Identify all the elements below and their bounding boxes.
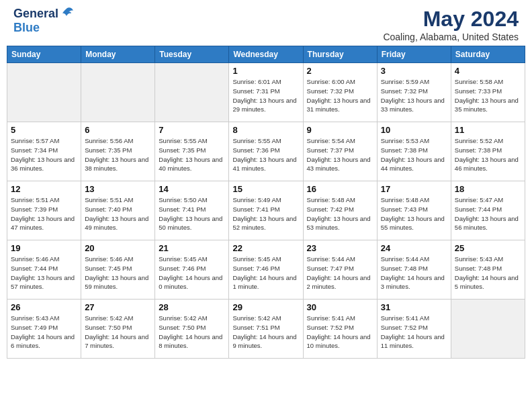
date-number: 19 (11, 243, 77, 253)
header-friday: Friday (377, 46, 451, 63)
cell-info: Sunrise: 5:55 AM Sunset: 7:35 PM Dayligh… (159, 136, 225, 173)
cell-info: Sunrise: 5:50 AM Sunset: 7:41 PM Dayligh… (159, 195, 225, 232)
cell-info: Sunrise: 5:51 AM Sunset: 7:39 PM Dayligh… (11, 195, 77, 232)
date-cell: 7Sunrise: 5:55 AM Sunset: 7:35 PM Daylig… (155, 122, 229, 181)
date-cell: 11Sunrise: 5:52 AM Sunset: 7:38 PM Dayli… (451, 122, 525, 181)
date-cell: 19Sunrise: 5:46 AM Sunset: 7:44 PM Dayli… (7, 240, 81, 300)
date-number: 12 (11, 184, 77, 194)
date-number: 2 (307, 66, 373, 76)
week-row-3: 12Sunrise: 5:51 AM Sunset: 7:39 PM Dayli… (7, 181, 525, 240)
cell-info: Sunrise: 5:49 AM Sunset: 7:41 PM Dayligh… (232, 195, 299, 232)
date-number: 31 (381, 302, 447, 312)
date-cell: 28Sunrise: 5:42 AM Sunset: 7:50 PM Dayli… (155, 300, 229, 359)
date-cell (155, 63, 229, 122)
date-number: 1 (232, 66, 299, 76)
cell-info: Sunrise: 5:45 AM Sunset: 7:46 PM Dayligh… (159, 255, 225, 291)
date-cell: 9Sunrise: 5:54 AM Sunset: 7:37 PM Daylig… (303, 122, 377, 181)
cell-info: Sunrise: 5:56 AM Sunset: 7:35 PM Dayligh… (85, 136, 151, 173)
cell-info: Sunrise: 5:44 AM Sunset: 7:48 PM Dayligh… (381, 255, 447, 291)
date-number: 21 (159, 243, 225, 253)
date-cell: 22Sunrise: 5:45 AM Sunset: 7:46 PM Dayli… (229, 240, 303, 300)
page-container: General Blue May 2024 Coaling, Alabama, … (0, 0, 532, 365)
logo-bird-icon (60, 5, 75, 20)
date-cell: 27Sunrise: 5:42 AM Sunset: 7:50 PM Dayli… (81, 300, 155, 359)
day-headers-row: Sunday Monday Tuesday Wednesday Thursday… (7, 46, 525, 63)
cell-info: Sunrise: 5:42 AM Sunset: 7:50 PM Dayligh… (85, 314, 151, 351)
cell-info: Sunrise: 5:51 AM Sunset: 7:40 PM Dayligh… (85, 195, 151, 232)
logo-text-general: General (13, 7, 58, 21)
date-cell: 5Sunrise: 5:57 AM Sunset: 7:34 PM Daylig… (7, 122, 81, 181)
header-wednesday: Wednesday (229, 46, 303, 63)
date-number: 10 (381, 125, 447, 135)
calendar-table: Sunday Monday Tuesday Wednesday Thursday… (7, 46, 525, 359)
date-cell: 23Sunrise: 5:44 AM Sunset: 7:47 PM Dayli… (303, 240, 377, 300)
date-cell: 29Sunrise: 5:42 AM Sunset: 7:51 PM Dayli… (229, 300, 303, 359)
date-number: 22 (232, 243, 299, 253)
cell-info: Sunrise: 5:47 AM Sunset: 7:44 PM Dayligh… (455, 195, 521, 232)
date-cell: 4Sunrise: 5:58 AM Sunset: 7:33 PM Daylig… (451, 63, 525, 122)
date-cell: 16Sunrise: 5:48 AM Sunset: 7:42 PM Dayli… (303, 181, 377, 240)
date-cell: 31Sunrise: 5:41 AM Sunset: 7:52 PM Dayli… (377, 300, 451, 359)
date-number: 30 (307, 302, 373, 312)
date-number: 20 (85, 243, 151, 253)
date-cell: 30Sunrise: 5:41 AM Sunset: 7:52 PM Dayli… (303, 300, 377, 359)
cell-info: Sunrise: 5:57 AM Sunset: 7:34 PM Dayligh… (11, 136, 77, 173)
week-row-4: 19Sunrise: 5:46 AM Sunset: 7:44 PM Dayli… (7, 240, 525, 300)
logo: General Blue (13, 7, 75, 35)
cell-info: Sunrise: 5:46 AM Sunset: 7:44 PM Dayligh… (11, 255, 77, 291)
cell-info: Sunrise: 5:54 AM Sunset: 7:37 PM Dayligh… (307, 136, 373, 173)
date-cell: 17Sunrise: 5:48 AM Sunset: 7:43 PM Dayli… (377, 181, 451, 240)
date-number: 6 (85, 125, 151, 135)
cell-info: Sunrise: 5:53 AM Sunset: 7:38 PM Dayligh… (381, 136, 447, 173)
cell-info: Sunrise: 5:48 AM Sunset: 7:42 PM Dayligh… (307, 195, 373, 232)
cell-info: Sunrise: 5:41 AM Sunset: 7:52 PM Dayligh… (307, 314, 373, 351)
date-number: 3 (381, 66, 447, 76)
date-cell (81, 63, 155, 122)
cell-info: Sunrise: 5:55 AM Sunset: 7:36 PM Dayligh… (232, 136, 299, 173)
cell-info: Sunrise: 5:52 AM Sunset: 7:38 PM Dayligh… (455, 136, 521, 173)
header-tuesday: Tuesday (155, 46, 229, 63)
date-cell: 25Sunrise: 5:43 AM Sunset: 7:48 PM Dayli… (451, 240, 525, 300)
date-cell: 15Sunrise: 5:49 AM Sunset: 7:41 PM Dayli… (229, 181, 303, 240)
date-cell: 6Sunrise: 5:56 AM Sunset: 7:35 PM Daylig… (81, 122, 155, 181)
date-number: 26 (11, 302, 77, 312)
date-number: 24 (381, 243, 447, 253)
date-cell (451, 300, 525, 359)
header-saturday: Saturday (451, 46, 525, 63)
date-cell: 1Sunrise: 6:01 AM Sunset: 7:31 PM Daylig… (229, 63, 303, 122)
date-cell: 20Sunrise: 5:46 AM Sunset: 7:45 PM Dayli… (81, 240, 155, 300)
cell-info: Sunrise: 5:45 AM Sunset: 7:46 PM Dayligh… (232, 255, 299, 291)
date-number: 18 (455, 184, 521, 194)
date-cell: 14Sunrise: 5:50 AM Sunset: 7:41 PM Dayli… (155, 181, 229, 240)
date-cell: 3Sunrise: 5:59 AM Sunset: 7:32 PM Daylig… (377, 63, 451, 122)
date-number: 25 (455, 243, 521, 253)
date-cell (7, 63, 81, 122)
header-monday: Monday (81, 46, 155, 63)
date-cell: 8Sunrise: 5:55 AM Sunset: 7:36 PM Daylig… (229, 122, 303, 181)
date-number: 8 (232, 125, 299, 135)
date-number: 13 (85, 184, 151, 194)
main-title: May 2024 (383, 7, 519, 32)
cell-info: Sunrise: 6:00 AM Sunset: 7:32 PM Dayligh… (307, 77, 373, 114)
date-number: 16 (307, 184, 373, 194)
header-sunday: Sunday (7, 46, 81, 63)
week-row-2: 5Sunrise: 5:57 AM Sunset: 7:34 PM Daylig… (7, 122, 525, 181)
cell-info: Sunrise: 5:42 AM Sunset: 7:50 PM Dayligh… (159, 314, 225, 351)
date-number: 15 (232, 184, 299, 194)
date-cell: 12Sunrise: 5:51 AM Sunset: 7:39 PM Dayli… (7, 181, 81, 240)
date-cell: 13Sunrise: 5:51 AM Sunset: 7:40 PM Dayli… (81, 181, 155, 240)
page-header: General Blue May 2024 Coaling, Alabama, … (0, 0, 532, 46)
date-number: 9 (307, 125, 373, 135)
date-cell: 24Sunrise: 5:44 AM Sunset: 7:48 PM Dayli… (377, 240, 451, 300)
date-number: 5 (11, 125, 77, 135)
title-area: May 2024 Coaling, Alabama, United States (383, 7, 519, 42)
cell-info: Sunrise: 5:58 AM Sunset: 7:33 PM Dayligh… (455, 77, 521, 114)
cell-info: Sunrise: 5:42 AM Sunset: 7:51 PM Dayligh… (232, 314, 299, 351)
cell-info: Sunrise: 5:48 AM Sunset: 7:43 PM Dayligh… (381, 195, 447, 232)
date-number: 17 (381, 184, 447, 194)
logo-text-blue: Blue (13, 21, 40, 34)
date-number: 7 (159, 125, 225, 135)
cell-info: Sunrise: 6:01 AM Sunset: 7:31 PM Dayligh… (232, 77, 299, 114)
date-cell: 2Sunrise: 6:00 AM Sunset: 7:32 PM Daylig… (303, 63, 377, 122)
cell-info: Sunrise: 5:46 AM Sunset: 7:45 PM Dayligh… (85, 255, 151, 291)
